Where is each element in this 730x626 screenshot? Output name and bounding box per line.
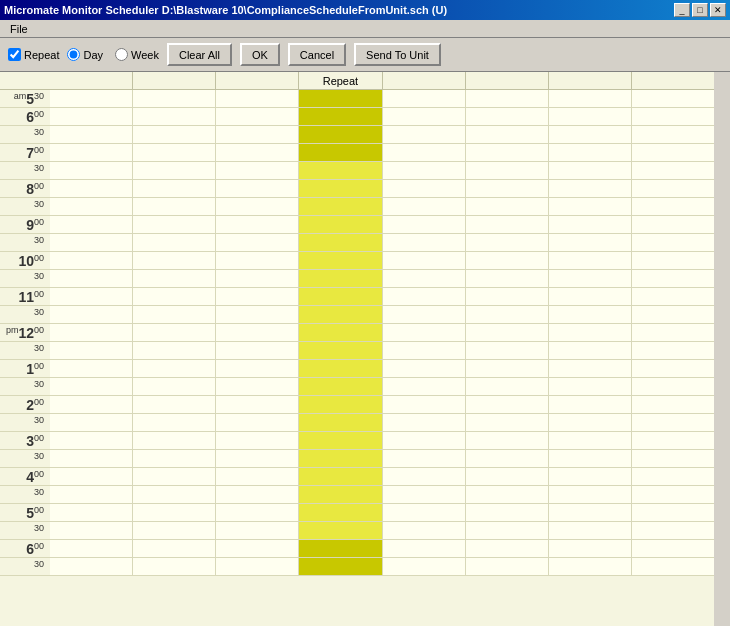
- grid-cell-15-3[interactable]: [299, 360, 382, 377]
- grid-cell-7-4[interactable]: [383, 216, 466, 233]
- grid-cell-4-1[interactable]: [133, 162, 216, 179]
- grid-cell-24-6[interactable]: [549, 522, 632, 539]
- grid-cell-11-4[interactable]: [383, 288, 466, 305]
- grid-cell-10-0[interactable]: [50, 270, 133, 287]
- grid-row-20[interactable]: [50, 450, 714, 468]
- grid-cell-15-5[interactable]: [466, 360, 549, 377]
- grid-cell-2-7[interactable]: [632, 126, 714, 143]
- grid-row-13[interactable]: [50, 324, 714, 342]
- grid-cell-14-1[interactable]: [133, 342, 216, 359]
- grid-cell-13-2[interactable]: [216, 324, 299, 341]
- grid-cell-3-0[interactable]: [50, 144, 133, 161]
- grid-row-12[interactable]: [50, 306, 714, 324]
- grid-cell-10-7[interactable]: [632, 270, 714, 287]
- grid-cell-7-0[interactable]: [50, 216, 133, 233]
- grid-row-19[interactable]: [50, 432, 714, 450]
- grid-cell-2-3[interactable]: [299, 126, 382, 143]
- grid-cell-16-4[interactable]: [383, 378, 466, 395]
- grid-cell-12-2[interactable]: [216, 306, 299, 323]
- grid-cell-13-0[interactable]: [50, 324, 133, 341]
- grid-cell-16-2[interactable]: [216, 378, 299, 395]
- grid-cell-10-6[interactable]: [549, 270, 632, 287]
- grid-cell-10-5[interactable]: [466, 270, 549, 287]
- grid-cell-3-1[interactable]: [133, 144, 216, 161]
- grid-cell-9-4[interactable]: [383, 252, 466, 269]
- grid-cell-20-7[interactable]: [632, 450, 714, 467]
- grid-cell-1-6[interactable]: [549, 108, 632, 125]
- grid-cell-6-5[interactable]: [466, 198, 549, 215]
- grid-cell-9-3[interactable]: [299, 252, 382, 269]
- grid-cell-5-5[interactable]: [466, 180, 549, 197]
- grid-cell-8-5[interactable]: [466, 234, 549, 251]
- grid-cell-9-0[interactable]: [50, 252, 133, 269]
- grid-cell-23-1[interactable]: [133, 504, 216, 521]
- grid-cell-14-7[interactable]: [632, 342, 714, 359]
- grid-cell-0-3[interactable]: [299, 90, 382, 107]
- grid-cell-10-2[interactable]: [216, 270, 299, 287]
- grid-cell-14-0[interactable]: [50, 342, 133, 359]
- grid-cell-11-3[interactable]: [299, 288, 382, 305]
- grid-cell-23-7[interactable]: [632, 504, 714, 521]
- grid-cell-17-0[interactable]: [50, 396, 133, 413]
- grid-cell-1-1[interactable]: [133, 108, 216, 125]
- grid-cell-1-7[interactable]: [632, 108, 714, 125]
- grid-cell-13-5[interactable]: [466, 324, 549, 341]
- grid-cell-24-3[interactable]: [299, 522, 382, 539]
- grid-cell-8-7[interactable]: [632, 234, 714, 251]
- grid-cell-0-1[interactable]: [133, 90, 216, 107]
- grid-cell-26-6[interactable]: [549, 558, 632, 575]
- grid-cell-23-2[interactable]: [216, 504, 299, 521]
- grid-row-4[interactable]: [50, 162, 714, 180]
- grid-cell-9-6[interactable]: [549, 252, 632, 269]
- grid-cell-9-5[interactable]: [466, 252, 549, 269]
- grid-cell-25-3[interactable]: [299, 540, 382, 557]
- ok-button[interactable]: OK: [240, 43, 280, 66]
- grid-cell-7-3[interactable]: [299, 216, 382, 233]
- grid-cell-14-2[interactable]: [216, 342, 299, 359]
- grid-cell-13-4[interactable]: [383, 324, 466, 341]
- grid-cell-15-0[interactable]: [50, 360, 133, 377]
- grid-cell-4-6[interactable]: [549, 162, 632, 179]
- grid-cell-11-0[interactable]: [50, 288, 133, 305]
- grid-cell-13-6[interactable]: [549, 324, 632, 341]
- grid-cell-14-4[interactable]: [383, 342, 466, 359]
- cancel-button[interactable]: Cancel: [288, 43, 346, 66]
- grid-cell-15-4[interactable]: [383, 360, 466, 377]
- grid-cell-24-1[interactable]: [133, 522, 216, 539]
- grid-cell-20-5[interactable]: [466, 450, 549, 467]
- grid-row-25[interactable]: [50, 540, 714, 558]
- grid-cell-22-5[interactable]: [466, 486, 549, 503]
- grid-cell-19-7[interactable]: [632, 432, 714, 449]
- grid-cell-17-1[interactable]: [133, 396, 216, 413]
- grid-cell-24-4[interactable]: [383, 522, 466, 539]
- grid-cell-13-7[interactable]: [632, 324, 714, 341]
- grid-cell-11-7[interactable]: [632, 288, 714, 305]
- grid-cell-17-7[interactable]: [632, 396, 714, 413]
- grid-cell-19-0[interactable]: [50, 432, 133, 449]
- grid-cell-4-4[interactable]: [383, 162, 466, 179]
- grid-cell-23-0[interactable]: [50, 504, 133, 521]
- grid-cell-10-4[interactable]: [383, 270, 466, 287]
- grid-cell-16-6[interactable]: [549, 378, 632, 395]
- repeat-checkbox-label[interactable]: Repeat: [8, 48, 59, 61]
- grid-cell-7-7[interactable]: [632, 216, 714, 233]
- grid-cell-13-1[interactable]: [133, 324, 216, 341]
- week-radio[interactable]: [115, 48, 128, 61]
- grid-row-8[interactable]: [50, 234, 714, 252]
- grid-cell-7-1[interactable]: [133, 216, 216, 233]
- grid-cell-11-1[interactable]: [133, 288, 216, 305]
- grid-cell-6-3[interactable]: [299, 198, 382, 215]
- grid-cell-25-2[interactable]: [216, 540, 299, 557]
- grid-cell-23-3[interactable]: [299, 504, 382, 521]
- close-button[interactable]: ✕: [710, 3, 726, 17]
- grid-cell-5-7[interactable]: [632, 180, 714, 197]
- grid-cell-15-7[interactable]: [632, 360, 714, 377]
- grid-cell-17-4[interactable]: [383, 396, 466, 413]
- grid-cell-22-7[interactable]: [632, 486, 714, 503]
- grid-row-18[interactable]: [50, 414, 714, 432]
- grid-cell-23-6[interactable]: [549, 504, 632, 521]
- grid-cell-26-0[interactable]: [50, 558, 133, 575]
- grid-cell-4-5[interactable]: [466, 162, 549, 179]
- grid-row-21[interactable]: [50, 468, 714, 486]
- grid-cell-8-6[interactable]: [549, 234, 632, 251]
